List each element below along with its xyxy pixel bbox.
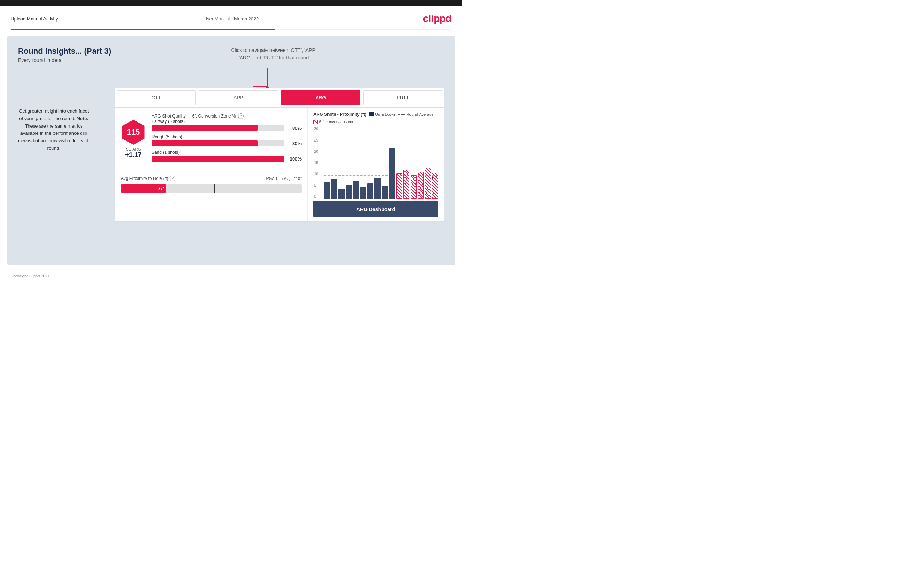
left-description: Get greater insight into each facet of y… xyxy=(18,108,90,152)
proximity-bar-bg: 77' xyxy=(121,184,302,193)
y-label-0: 0 xyxy=(314,195,318,198)
y-label-30: 30 xyxy=(314,127,318,131)
proximity-label: Avg Proximity to Hole (ft) ? xyxy=(121,176,175,181)
bar-dark-6 xyxy=(360,187,366,198)
chart-area: 0 5 10 15 20 25 30 ◄ 8 xyxy=(324,127,438,198)
bar-label-fairway: Fairway (5 shots) xyxy=(152,119,302,124)
chart-bar-14 xyxy=(418,172,424,198)
right-panel: ARG Shots - Proximity (ft) Up & Down Rou… xyxy=(308,108,444,221)
bar-pct-sand: 100% xyxy=(287,156,302,162)
logo: clippd xyxy=(423,13,451,24)
bar-dark-1 xyxy=(324,182,330,198)
sg-value: +1.17 xyxy=(125,151,142,159)
bar-hatched-12 xyxy=(403,170,409,198)
y-label-25: 25 xyxy=(314,139,318,142)
hexagon-container: 115 SG ARG +1.17 xyxy=(121,120,146,159)
copyright: Copyright Clippd 2021 xyxy=(11,274,50,278)
bar-hatched-16 xyxy=(432,173,438,198)
chart-bar-2 xyxy=(331,179,338,198)
bar-bg-sand xyxy=(152,156,284,162)
y-label-20: 20 xyxy=(314,150,318,153)
main-content: Round Insights... (Part 3) Every round i… xyxy=(7,36,455,265)
chart-bar-4 xyxy=(346,185,352,198)
arg-dashboard-button[interactable]: ARG Dashboard xyxy=(313,201,438,217)
bar-fill-rough xyxy=(152,140,258,146)
legend-up-down: Up & Down xyxy=(369,112,395,116)
arrow-vertical xyxy=(267,68,268,86)
arg-header: 115 SG ARG +1.17 ARG Shot Quality 6ft Co… xyxy=(121,113,302,165)
bar-pct-fairway: 80% xyxy=(287,126,302,131)
legend-hatched-icon xyxy=(313,120,318,124)
chart-bar-10 xyxy=(389,148,395,198)
pga-label: ↑ PGA Tour Avg: 7'10" xyxy=(263,176,302,181)
bar-dark-3 xyxy=(338,189,344,198)
chart-header: ARG Shots - Proximity (ft) Up & Down Rou… xyxy=(313,112,438,124)
chart-bar-12 xyxy=(403,170,409,198)
bar-dark-5 xyxy=(353,181,359,198)
header-divider xyxy=(11,29,451,30)
tab-putt[interactable]: PUTT xyxy=(363,90,443,105)
note-label: Note: xyxy=(77,116,89,121)
dashboard-card: OTT APP ARG PUTT 115 SG ARG +1.17 xyxy=(115,88,444,222)
chart-bar-3 xyxy=(338,189,344,198)
bar-dark-7 xyxy=(367,184,373,198)
legend-dashed-icon xyxy=(398,114,405,115)
header: Upload Manual Activity User Manual - Mar… xyxy=(0,6,462,29)
top-bar xyxy=(0,0,462,6)
bar-dark-8 xyxy=(374,178,380,198)
proximity-section: Avg Proximity to Hole (ft) ? ↑ PGA Tour … xyxy=(121,171,302,193)
tab-arg[interactable]: ARG xyxy=(281,90,360,105)
y-label-10: 10 xyxy=(314,172,318,176)
chart-bars xyxy=(324,127,438,198)
proximity-cursor xyxy=(214,184,215,193)
bar-wrapper-fairway: 80% xyxy=(152,125,302,131)
annotation-arrow xyxy=(254,68,268,90)
chart-container: 0 5 10 15 20 25 30 ◄ 8 xyxy=(313,127,438,198)
proximity-header: Avg Proximity to Hole (ft) ? ↑ PGA Tour … xyxy=(121,176,302,181)
y-axis: 0 5 10 15 20 25 30 xyxy=(314,127,318,198)
bar-fill-sand xyxy=(152,156,284,162)
hexagon-score: 115 xyxy=(121,120,146,145)
sg-label: SG ARG xyxy=(126,147,141,151)
bar-pct-rough: 80% xyxy=(287,141,302,146)
panels: 115 SG ARG +1.17 ARG Shot Quality 6ft Co… xyxy=(115,108,444,221)
bar-bg-fairway xyxy=(152,125,284,131)
bar-hatched-15 xyxy=(425,168,431,198)
chart-bar-8 xyxy=(374,178,380,198)
help-icon[interactable]: ? xyxy=(238,113,244,119)
legend-round-avg: Round Average xyxy=(398,112,434,116)
bar-dark-4 xyxy=(346,185,352,198)
chart-bar-15 xyxy=(425,168,431,198)
bar-hatched-14 xyxy=(418,172,424,198)
arg-label-row: ARG Shot Quality 6ft Conversion Zone % ? xyxy=(152,113,302,119)
bar-wrapper-rough: 80% xyxy=(152,140,302,146)
chart-title: ARG Shots - Proximity (ft) xyxy=(313,112,367,117)
tab-bar: OTT APP ARG PUTT xyxy=(115,88,444,108)
bar-section: ARG Shot Quality 6ft Conversion Zone % ?… xyxy=(152,113,302,165)
left-panel: 115 SG ARG +1.17 ARG Shot Quality 6ft Co… xyxy=(115,108,308,221)
footer: Copyright Clippd 2021 xyxy=(0,271,462,281)
chart-bar-11 xyxy=(396,174,402,198)
bar-label-rough: Rough (5 shots) xyxy=(152,134,302,139)
bar-dark-9 xyxy=(382,185,388,198)
chart-bar-16 xyxy=(432,173,438,198)
bar-hatched-11 xyxy=(396,174,402,198)
proximity-value: 77' xyxy=(158,186,164,191)
proximity-help-icon[interactable]: ? xyxy=(170,176,175,181)
bar-fill-fairway xyxy=(152,125,258,131)
tab-app[interactable]: APP xyxy=(199,90,278,105)
legend-square-icon xyxy=(369,112,374,116)
center-label: User Manual - March 2022 xyxy=(204,16,259,21)
chart-bar-9 xyxy=(382,185,388,198)
nav-annotation: Click to navigate between 'OTT', 'APP', … xyxy=(231,47,318,62)
chart-bar-6 xyxy=(360,187,366,198)
bar-row-fairway: Fairway (5 shots) 80% xyxy=(152,119,302,131)
upload-label: Upload Manual Activity xyxy=(11,16,58,21)
legend-conversion: 6 ft conversion zone xyxy=(313,120,354,124)
bar-row-sand: Sand (1 shots) 100% xyxy=(152,150,302,162)
chart-bar-5 xyxy=(353,181,359,198)
chart-bar-7 xyxy=(367,184,373,198)
tab-ott[interactable]: OTT xyxy=(116,90,196,105)
bar-dark-10 xyxy=(389,148,395,198)
chart-bar-13 xyxy=(410,175,417,198)
